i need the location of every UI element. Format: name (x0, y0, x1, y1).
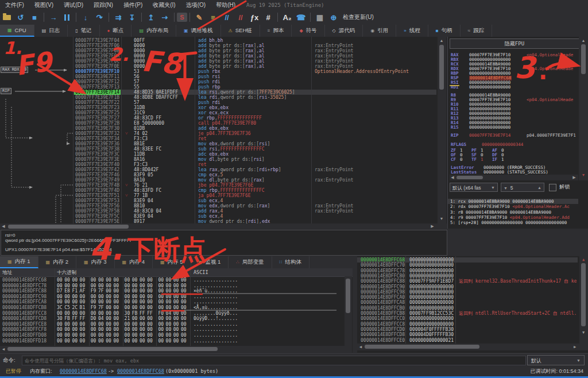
stack-row[interactable]: 00000014E8DFFCC00000000000000000 (357, 316, 578, 321)
unlock-checkbox[interactable] (549, 184, 556, 191)
stack-row[interactable]: 00000014E8DFFC900000000000000000 (357, 284, 578, 290)
disasm-row[interactable]: 00007FF7E39E7F080000add byte ptr ds:[rax… (0, 48, 436, 53)
update-globe-icon[interactable]: ⊕ (327, 11, 341, 23)
step-into-icon[interactable]: ↓ (79, 11, 92, 23)
command-input[interactable] (22, 356, 526, 365)
registers-hscrollbar[interactable]: ◀ ▶ (450, 175, 578, 180)
disasm-row[interactable]: 00007FF7E39E7F4248:8D042Flea rax,qword p… (0, 167, 436, 172)
disasm-row[interactable]: 00007FF7E39E7F2531C9xor ecx,ecx (0, 110, 436, 115)
scroll-left-icon[interactable]: ◀ (358, 344, 363, 350)
disasm-row[interactable]: 00007FF7E39E7F1257push rdi (0, 79, 436, 84)
az-icon[interactable]: A₂ (280, 11, 294, 23)
disasm-row[interactable]: 00007FF7E39E7F3848:83EE FCsub rsi,FFFFFF… (0, 146, 436, 152)
pause-icon[interactable] (64, 14, 69, 21)
phone-icon[interactable]: ☎ (294, 11, 308, 23)
fx-icon[interactable]: ƒx (247, 11, 261, 23)
disasm-row[interactable]: 00007FF7E39E7F5C83E9 04sub ecx,4 (0, 214, 436, 219)
run-icon[interactable]: → (47, 11, 60, 23)
run-to-user-code-icon[interactable]: ⇉ (111, 11, 125, 23)
disasm-row[interactable]: 00007FF7E39E7F5383E9 04sub ecx,4 (0, 198, 436, 203)
stack-row[interactable]: 00000014E8DFFCC80000000000000000 (357, 322, 578, 327)
hide-fpu-button[interactable]: 隐藏FPU (450, 38, 579, 49)
highlight-red-icon[interactable]: // (234, 11, 247, 23)
tab-内存布局[interactable]: ▤内存布局 (131, 25, 176, 37)
flags-row[interactable]: ZF1PF1AF0 (448, 148, 588, 153)
scroll-up-icon[interactable]: ▲ (581, 38, 586, 44)
stack-row[interactable]: 00000014E8DFFC700000000000000000 (357, 263, 578, 268)
tab-SEH链[interactable]: ⚠SEH链 (221, 25, 260, 37)
mem-window-link-to[interactable]: 00000014E8DFFC68 (117, 367, 164, 376)
dump-row[interactable]: 00000014E8DFFCE8000000000000000000000000… (0, 322, 345, 327)
tab-跟踪[interactable]: ≈跟踪 (461, 25, 492, 37)
stack-row[interactable]: 00000014E8DFFC780000000000000000 (357, 268, 578, 273)
stack-hscrollbar[interactable]: ◀ ▶ (357, 344, 579, 350)
dump-hscrollbar[interactable]: ◀ (0, 346, 345, 353)
scroll-thumb[interactable] (581, 263, 586, 326)
tab-线程[interactable]: »线程 (396, 25, 428, 37)
disasm-row[interactable]: 00007FF7E39E7F3001DBadd ebx,ebx (0, 126, 436, 131)
disasm-row[interactable]: 00007FF7E39E7F4D48:83FD FCcmp rbp,FFFFFF… (0, 188, 436, 193)
dump-row[interactable]: 00000014E8DFFC78000000000000000000000000… (0, 283, 345, 289)
dump-row[interactable]: 00000014E8DFFC68000000000000000000000000… (0, 277, 345, 283)
dump-vscrollbar[interactable] (345, 276, 352, 353)
disasm-row[interactable]: 00007FF7E39E7F1B48:8DBE DBAFFCFFlea rdi,… (0, 95, 436, 100)
disasm-row[interactable]: 00007FF7E39E7F5848:83C0 04add rax,4rax:E… (0, 209, 436, 214)
dump-row[interactable]: 00000014E8DFFCD830FBFFFFD004000021000000… (0, 316, 345, 322)
argument-row[interactable]: 2: rdx 00007FF7E39E7F10 <p04.OptionalHea… (448, 204, 578, 209)
menu-item[interactable]: 跟踪(N) (88, 1, 118, 9)
disasm-row[interactable]: 00007FF7E39E7F2257push rdi (0, 100, 436, 105)
disasm-row[interactable]: 00007FF7E39E7F40F3:C3ret (0, 162, 436, 167)
step-over-icon[interactable]: ↷ (92, 11, 106, 23)
open-file-icon[interactable] (3, 15, 11, 20)
disasm-row[interactable]: 00007FF7E39E7F4B˅76 21jbe p04.7FF7E39E7F… (0, 183, 436, 188)
rflags-row[interactable]: RFLAGS0000000000000344 (448, 142, 588, 147)
menu-item[interactable]: 收藏夹(I) (148, 1, 180, 9)
disasm-row[interactable]: 00007FF7E39E7F34F3:C3ret (0, 136, 436, 141)
stack-row[interactable]: 00000014E8DFFCE00000000000000021 (357, 338, 578, 343)
dump-row[interactable]: 00000014E8DFFD18000000000000000000000000… (0, 338, 345, 344)
scroll-right-icon[interactable]: ▶ (572, 344, 578, 350)
register-row[interactable]: R150000000000000000 (448, 125, 588, 130)
panel-splitter[interactable] (353, 256, 357, 353)
scroll-up-icon[interactable]: ▲ (439, 38, 444, 44)
tab-脚本[interactable]: ≡脚本 (260, 25, 292, 37)
register-row[interactable]: RIP00007FF7E39E7F14p04.00007FF7E39E7F1 (448, 133, 588, 138)
scroll-down-icon[interactable]: ▼ (439, 216, 444, 222)
mem-window-link-from[interactable]: 00000014E8DFFC68 (60, 367, 107, 376)
menu-item[interactable]: 文件(F) (0, 1, 29, 9)
scroll-thumb[interactable] (8, 225, 129, 229)
disasm-row[interactable]: 00007FF7E39E7F0C0000add byte ptr ds:[rax… (0, 59, 436, 64)
highlight-blue-icon[interactable]: // (220, 11, 234, 23)
disasm-row[interactable]: 00007FF7E39E7F1156push rsi (0, 74, 436, 79)
tab-监视 1[interactable]: ◉监视 1 (191, 256, 229, 268)
menu-item[interactable]: 帮助(H) (211, 1, 241, 9)
register-row[interactable]: RBP0000000000000000 (448, 71, 588, 76)
scroll-right-icon[interactable]: ▶ (571, 175, 577, 180)
stack-row[interactable]: 00000014E8DFFCA00000000000000000 (357, 295, 578, 300)
tab-调用堆栈[interactable]: ▣调用堆栈 (176, 25, 221, 37)
stack-panel[interactable]: 00000014E8DFFC68000000000000000000000014… (357, 256, 588, 353)
stack-row[interactable]: 00000014E8DFFCB800007FF9B12CC53C返回到 ntdl… (357, 311, 578, 316)
scroll-up-icon[interactable]: ▲ (581, 257, 586, 263)
disasm-row[interactable]: 00007FF7E39E7F060000add byte ptr ds:[rax… (0, 43, 436, 48)
disasm-row[interactable]: 00007FF7E39E7F0E0000add byte ptr ds:[rax… (0, 64, 436, 69)
tab-断点[interactable]: ●断点 (100, 25, 132, 37)
stack-row[interactable]: 00000014E8DFFCD0000004F0FFFFFB30 (357, 327, 578, 332)
calculator-icon[interactable]: ▦ (313, 11, 327, 23)
hash-icon[interactable]: # (261, 11, 275, 23)
registers-panel[interactable]: 隐藏FPU RAX00007FF7E39E7F10<p04.OptionalHe… (447, 37, 588, 229)
goto-icon[interactable]: ⇢ (158, 11, 172, 23)
scroll-thumb[interactable] (7, 347, 218, 351)
dump-row[interactable]: 00000014E8DFFCB83CC52CB1F97F000000000000… (0, 305, 345, 311)
tab-内存 3[interactable]: ▦内存 3 (76, 256, 115, 268)
comment-icon[interactable]: ≡ (206, 11, 220, 23)
tab-句柄[interactable]: ■句柄 (428, 25, 461, 37)
stack-row[interactable]: 00000014E8DFFCA80000000000000000 (357, 300, 578, 305)
argument-row[interactable]: 5: [rsp+28] 0000000000000000 00000000000… (448, 220, 578, 225)
stack-row[interactable]: 00000014E8DFFC8800007FF9AFF1E8D7返回到 kern… (357, 279, 578, 284)
patch-icon[interactable]: ✎ (192, 11, 206, 23)
tab-局部变量[interactable]: ∴局部变量 (229, 256, 272, 268)
scroll-thumb[interactable] (365, 345, 479, 349)
register-row[interactable]: RDI0000000000000000 (448, 85, 588, 90)
stack-row[interactable]: 00000014E8DFFC680000000000000000 (357, 257, 578, 263)
